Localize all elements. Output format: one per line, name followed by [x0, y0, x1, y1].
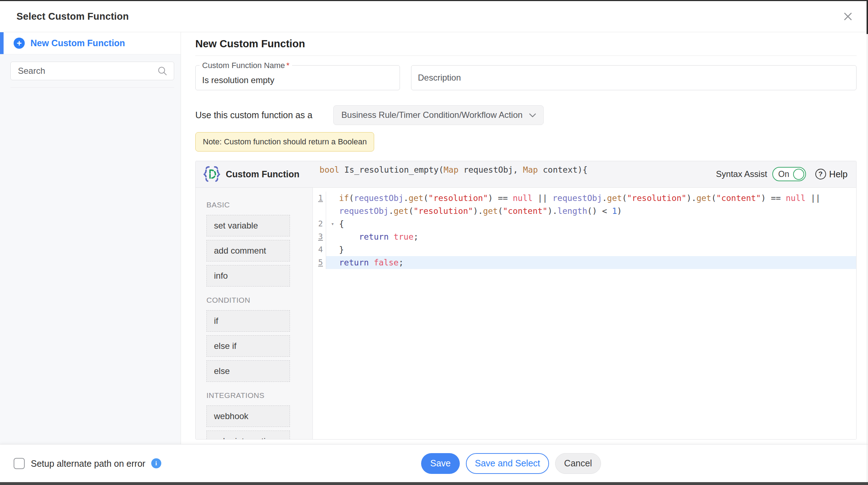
custom-function-name-label: Custom Function Name*	[200, 61, 292, 70]
code-token: ==	[766, 193, 786, 203]
drag-drop-palette: BASICset variableadd commentinfoCONDITIO…	[196, 188, 313, 439]
code-token: get	[696, 193, 711, 203]
backdrop-right-top-edge	[867, 0, 868, 34]
fold-toggle-icon[interactable]: ▾	[326, 217, 339, 230]
code-line-text: if(requestObj.get("resolution") == null …	[339, 192, 856, 217]
code-token: ;	[399, 258, 404, 267]
code-token: )	[686, 193, 691, 203]
code-token: )	[761, 193, 766, 203]
note-banner: Note: Custom function should return a Bo…	[195, 132, 374, 152]
code-wrapped-row: if(requestObj.get("resolution") == null …	[339, 192, 856, 205]
code-line[interactable]: 1if(requestObj.get("resolution") == null…	[313, 192, 856, 217]
code-token: ;	[414, 232, 419, 241]
editor-title: Custom Function	[226, 169, 300, 179]
dialog-header: Select Custom Function	[0, 1, 868, 32]
save-button[interactable]: Save	[421, 453, 460, 474]
function-list	[0, 54, 181, 444]
dialog-footer: Setup alternate path on error i Save Sav…	[0, 444, 868, 482]
line-number: 4	[313, 243, 326, 256]
code-token: "resolution"	[627, 193, 686, 203]
code-token: false	[374, 258, 399, 267]
code-wrapped-row: requestObj.get("resolution").get("conten…	[339, 205, 856, 217]
code-wrapped-row: return false;	[339, 256, 856, 269]
code-token: length	[557, 206, 587, 216]
usage-dropdown[interactable]: Business Rule/Timer Condition/Workflow A…	[333, 105, 544, 125]
code-line[interactable]: 2▾{	[313, 217, 856, 230]
function-signature: bool Is_resolution_empty(Map requestObj,…	[320, 161, 588, 174]
fold-gutter	[326, 192, 339, 217]
alternate-path-checkbox[interactable]	[14, 458, 25, 469]
toggle-knob	[793, 169, 804, 180]
palette-item-add-comment[interactable]: add comment	[206, 240, 290, 261]
palette-item-else-if[interactable]: else if	[206, 335, 290, 357]
active-code-line-body: return false;	[326, 256, 856, 269]
search-input[interactable]	[10, 62, 174, 80]
code-token: return	[359, 232, 388, 241]
code-token: .	[691, 193, 696, 203]
line-number: 2	[313, 217, 326, 230]
code-token: requestObj	[339, 206, 388, 216]
info-icon[interactable]: i	[151, 458, 161, 469]
code-token: bool	[320, 165, 339, 174]
fold-gutter	[326, 256, 339, 269]
palette-item-webhook[interactable]: webhook	[206, 405, 290, 427]
code-token: }	[339, 245, 344, 254]
code-token: (	[423, 193, 428, 203]
cancel-button[interactable]: Cancel	[555, 453, 601, 474]
palette-item-zoho-integration[interactable]: zoho integration	[206, 431, 290, 439]
active-item-accent-bar	[0, 32, 4, 54]
new-function-form: New Custom Function Custom Function Name…	[181, 32, 868, 444]
close-icon[interactable]	[841, 9, 855, 24]
code-token: get	[607, 193, 622, 203]
code-token: Map	[444, 165, 459, 174]
syntax-assist-toggle[interactable]: On	[772, 167, 806, 181]
code-line[interactable]: 5return false;	[313, 256, 856, 269]
description-input[interactable]	[411, 65, 857, 90]
code-token: return	[339, 258, 369, 267]
new-custom-function-label: New Custom Function	[30, 38, 125, 48]
backdrop-bottom-edge	[0, 482, 868, 485]
code-line-text: return false;	[339, 256, 856, 269]
code-line[interactable]: 3 return true;	[313, 230, 856, 243]
code-token: ==	[493, 193, 512, 203]
usage-label: Use this custom function as a	[195, 110, 313, 120]
code-token	[339, 165, 344, 174]
palette-item-else[interactable]: else	[206, 360, 290, 382]
alternate-path-option[interactable]: Setup alternate path on error i	[14, 458, 161, 469]
line-number: 5	[313, 256, 326, 269]
code-token: ||	[533, 193, 552, 203]
code-line-body: return true;	[326, 230, 856, 243]
divider	[195, 56, 857, 56]
sidebar-item-new-custom-function[interactable]: + New Custom Function	[0, 32, 181, 54]
code-token: context){	[538, 165, 587, 174]
code-token: .	[602, 193, 607, 203]
code-token: (	[498, 206, 503, 216]
usage-dropdown-value: Business Rule/Timer Condition/Workflow A…	[342, 110, 523, 120]
code-token: get	[483, 206, 498, 216]
palette-item-if[interactable]: if	[206, 310, 290, 332]
custom-function-name-field: Custom Function Name*	[195, 65, 400, 90]
code-token: ()	[587, 206, 597, 216]
code-token: ||	[806, 193, 821, 203]
code-token: null	[513, 193, 533, 203]
screenshot-root: Select Custom Function + New Custom Func…	[0, 0, 868, 485]
code-line[interactable]: 4}	[313, 243, 856, 256]
code-token: true	[394, 232, 413, 241]
code-line-text: return true;	[339, 230, 856, 243]
palette-section-title: INTEGRATIONS	[206, 391, 313, 400]
palette-item-set-variable[interactable]: set variable	[206, 215, 290, 236]
code-editor[interactable]: 1if(requestObj.get("resolution") == null…	[313, 188, 856, 439]
palette-item-info[interactable]: info	[206, 265, 290, 287]
code-token: )	[617, 206, 622, 216]
code-token: get	[409, 193, 424, 203]
code-token: (	[349, 193, 354, 203]
code-token	[339, 232, 359, 241]
save-and-select-button[interactable]: Save and Select	[466, 453, 549, 474]
line-number: 1	[313, 192, 326, 217]
help-button[interactable]: ? Help	[815, 169, 848, 179]
syntax-assist-label: Syntax Assist	[716, 169, 767, 179]
fold-gutter	[326, 230, 339, 243]
code-token: {	[339, 219, 344, 229]
code-token: "resolution"	[414, 206, 473, 216]
chevron-down-icon	[529, 110, 536, 120]
